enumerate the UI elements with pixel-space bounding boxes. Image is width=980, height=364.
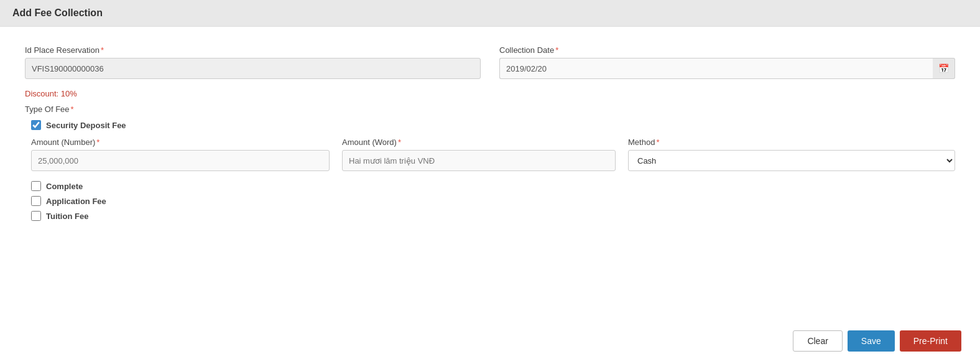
date-wrapper: 📅 bbox=[499, 58, 955, 79]
page-header: Add Fee Collection bbox=[0, 0, 980, 27]
type-of-fee-label: Type Of Fee* bbox=[25, 105, 955, 114]
amount-row: Amount (Number)* Amount (Word)* Method* bbox=[31, 138, 955, 171]
amount-word-label: Amount (Word)* bbox=[342, 138, 616, 147]
amount-number-label: Amount (Number)* bbox=[31, 138, 330, 147]
amount-number-input[interactable] bbox=[31, 150, 330, 171]
preprint-button[interactable]: Pre-Print bbox=[900, 330, 961, 352]
collection-date-label: Collection Date* bbox=[499, 45, 955, 55]
discount-text: Discount: 10% bbox=[25, 89, 955, 98]
footer-buttons: Clear Save Pre-Print bbox=[793, 330, 961, 352]
unchecked-fees: Application Fee Tuition Fee bbox=[31, 196, 955, 221]
application-fee-checkbox[interactable] bbox=[31, 196, 41, 206]
calendar-icon-btn[interactable]: 📅 bbox=[933, 58, 955, 79]
type-of-fee-section: Type Of Fee* Security Deposit Fee Amount… bbox=[25, 105, 955, 221]
id-place-reservation-input bbox=[25, 58, 481, 79]
amount-word-group: Amount (Word)* bbox=[342, 138, 616, 171]
fee-types-indent: Security Deposit Fee Amount (Number)* Am… bbox=[31, 120, 955, 221]
page-wrapper: Add Fee Collection Id Place Reservation*… bbox=[0, 0, 980, 364]
complete-label[interactable]: Complete bbox=[46, 182, 83, 191]
id-place-reservation-label: Id Place Reservation* bbox=[25, 45, 481, 55]
security-deposit-fee-row: Security Deposit Fee bbox=[31, 120, 955, 130]
amount-number-group: Amount (Number)* bbox=[31, 138, 330, 171]
complete-checkbox[interactable] bbox=[31, 181, 41, 191]
save-button[interactable]: Save bbox=[848, 330, 895, 352]
tuition-fee-label[interactable]: Tuition Fee bbox=[46, 212, 88, 221]
complete-row: Complete bbox=[31, 181, 955, 191]
tuition-fee-row: Tuition Fee bbox=[31, 211, 955, 221]
tuition-fee-checkbox[interactable] bbox=[31, 211, 41, 221]
top-row: Id Place Reservation* Collection Date* 📅 bbox=[25, 45, 955, 79]
method-label: Method* bbox=[628, 138, 955, 147]
clear-button[interactable]: Clear bbox=[793, 330, 842, 352]
complete-section: Complete bbox=[31, 181, 955, 191]
application-fee-label[interactable]: Application Fee bbox=[46, 197, 106, 206]
calendar-icon: 📅 bbox=[938, 63, 949, 73]
id-place-reservation-group: Id Place Reservation* bbox=[25, 45, 481, 79]
security-deposit-fee-label[interactable]: Security Deposit Fee bbox=[46, 121, 126, 130]
method-group: Method* Cash Bank Transfer Cheque bbox=[628, 138, 955, 171]
amount-word-input[interactable] bbox=[342, 150, 616, 171]
collection-date-group: Collection Date* 📅 bbox=[499, 45, 955, 79]
collection-date-input[interactable] bbox=[499, 58, 933, 79]
page-title: Add Fee Collection bbox=[12, 7, 103, 18]
security-deposit-fee-checkbox[interactable] bbox=[31, 120, 41, 130]
application-fee-row: Application Fee bbox=[31, 196, 955, 206]
form-body: Id Place Reservation* Collection Date* 📅… bbox=[0, 27, 980, 245]
method-select[interactable]: Cash Bank Transfer Cheque bbox=[628, 150, 955, 171]
